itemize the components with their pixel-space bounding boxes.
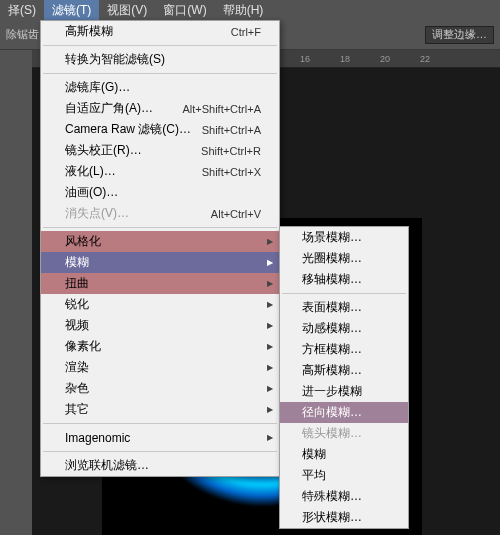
menu-label: 消失点(V)…: [65, 205, 129, 222]
submenu-tilt-shift[interactable]: 移轴模糊…: [280, 269, 408, 290]
menu-separator: [43, 227, 277, 228]
menu-separator: [43, 451, 277, 452]
filter-menu: 高斯模糊 Ctrl+F 转换为智能滤镜(S) 滤镜库(G)… 自适应广角(A)……: [40, 20, 280, 477]
menu-label: 光圈模糊…: [302, 250, 362, 267]
menu-shortcut: Alt+Ctrl+V: [211, 208, 261, 220]
menu-other[interactable]: 其它: [41, 399, 279, 420]
menu-blur[interactable]: 模糊: [41, 252, 279, 273]
menu-label: 进一步模糊: [302, 383, 362, 400]
menu-label: 渲染: [65, 359, 89, 376]
menubar-item-filter[interactable]: 滤镜(T): [44, 0, 99, 20]
menu-separator: [43, 73, 277, 74]
menu-label: 风格化: [65, 233, 101, 250]
menubar: 择(S) 滤镜(T) 视图(V) 窗口(W) 帮助(H): [0, 0, 500, 20]
menu-label: 场景模糊…: [302, 229, 362, 246]
submenu-radial-blur[interactable]: 径向模糊…: [280, 402, 408, 423]
submenu-blur[interactable]: 模糊: [280, 444, 408, 465]
menu-label: 滤镜库(G)…: [65, 79, 130, 96]
menu-label: 镜头模糊…: [302, 425, 362, 442]
submenu-shape-blur[interactable]: 形状模糊…: [280, 507, 408, 528]
menu-label: 表面模糊…: [302, 299, 362, 316]
ruler-tick: 18: [340, 54, 350, 64]
menubar-item-view[interactable]: 视图(V): [99, 0, 155, 20]
menu-label: 平均: [302, 467, 326, 484]
menu-label: Imagenomic: [65, 431, 130, 445]
blur-submenu: 场景模糊… 光圈模糊… 移轴模糊… 表面模糊… 动感模糊… 方框模糊… 高斯模糊…: [279, 226, 409, 529]
menu-label: 特殊模糊…: [302, 488, 362, 505]
submenu-box-blur[interactable]: 方框模糊…: [280, 339, 408, 360]
antialias-label: 除锯齿: [6, 27, 39, 42]
menu-label: 液化(L)…: [65, 163, 116, 180]
menu-last-filter[interactable]: 高斯模糊 Ctrl+F: [41, 21, 279, 42]
submenu-smart-blur[interactable]: 特殊模糊…: [280, 486, 408, 507]
menu-imagenomic[interactable]: Imagenomic: [41, 427, 279, 448]
menu-label: 形状模糊…: [302, 509, 362, 526]
menu-label: 杂色: [65, 380, 89, 397]
menu-label: 镜头校正(R)…: [65, 142, 142, 159]
ruler-tick: 16: [300, 54, 310, 64]
menu-adaptive-wide[interactable]: 自适应广角(A)…Alt+Shift+Ctrl+A: [41, 98, 279, 119]
menu-pixelate[interactable]: 像素化: [41, 336, 279, 357]
submenu-gaussian-blur[interactable]: 高斯模糊…: [280, 360, 408, 381]
menu-label: 高斯模糊: [65, 23, 113, 40]
menu-shortcut: Shift+Ctrl+R: [201, 145, 261, 157]
menu-label: 油画(O)…: [65, 184, 118, 201]
menu-render[interactable]: 渲染: [41, 357, 279, 378]
menu-filter-gallery[interactable]: 滤镜库(G)…: [41, 77, 279, 98]
menu-distort[interactable]: 扭曲: [41, 273, 279, 294]
menu-label: 径向模糊…: [302, 404, 362, 421]
menu-label: 动感模糊…: [302, 320, 362, 337]
menu-browse-online[interactable]: 浏览联机滤镜…: [41, 455, 279, 476]
toolbox[interactable]: [0, 50, 32, 535]
menu-liquify[interactable]: 液化(L)…Shift+Ctrl+X: [41, 161, 279, 182]
menu-shortcut: Shift+Ctrl+X: [202, 166, 261, 178]
menu-shortcut: Shift+Ctrl+A: [202, 124, 261, 136]
menu-label: 高斯模糊…: [302, 362, 362, 379]
menu-camera-raw[interactable]: Camera Raw 滤镜(C)…Shift+Ctrl+A: [41, 119, 279, 140]
menu-shortcut: Alt+Shift+Ctrl+A: [182, 103, 261, 115]
refine-edge-button[interactable]: 调整边缘…: [425, 26, 494, 44]
menu-shortcut: Ctrl+F: [231, 26, 261, 38]
menubar-item-window[interactable]: 窗口(W): [155, 0, 214, 20]
submenu-blur-more[interactable]: 进一步模糊: [280, 381, 408, 402]
menu-stylize[interactable]: 风格化: [41, 231, 279, 252]
menu-label: 其它: [65, 401, 89, 418]
submenu-average[interactable]: 平均: [280, 465, 408, 486]
menubar-item-select[interactable]: 择(S): [0, 0, 44, 20]
menu-noise[interactable]: 杂色: [41, 378, 279, 399]
menu-label: 浏览联机滤镜…: [65, 457, 149, 474]
menu-label: 锐化: [65, 296, 89, 313]
ruler-tick: 22: [420, 54, 430, 64]
menubar-item-help[interactable]: 帮助(H): [215, 0, 272, 20]
menu-label: Camera Raw 滤镜(C)…: [65, 121, 191, 138]
menu-sharpen[interactable]: 锐化: [41, 294, 279, 315]
menu-label: 方框模糊…: [302, 341, 362, 358]
submenu-lens-blur[interactable]: 镜头模糊…: [280, 423, 408, 444]
menu-separator: [43, 423, 277, 424]
menu-oil-paint[interactable]: 油画(O)…: [41, 182, 279, 203]
menu-separator: [282, 293, 406, 294]
menu-vanishing-point[interactable]: 消失点(V)…Alt+Ctrl+V: [41, 203, 279, 224]
menu-label: 视频: [65, 317, 89, 334]
menu-separator: [43, 45, 277, 46]
menu-lens-correction[interactable]: 镜头校正(R)…Shift+Ctrl+R: [41, 140, 279, 161]
menu-video[interactable]: 视频: [41, 315, 279, 336]
submenu-iris-blur[interactable]: 光圈模糊…: [280, 248, 408, 269]
menu-label: 模糊: [302, 446, 326, 463]
menu-label: 自适应广角(A)…: [65, 100, 153, 117]
submenu-surface-blur[interactable]: 表面模糊…: [280, 297, 408, 318]
menu-label: 像素化: [65, 338, 101, 355]
menu-label: 移轴模糊…: [302, 271, 362, 288]
submenu-field-blur[interactable]: 场景模糊…: [280, 227, 408, 248]
menu-label: 扭曲: [65, 275, 89, 292]
submenu-motion-blur[interactable]: 动感模糊…: [280, 318, 408, 339]
menu-label: 模糊: [65, 254, 89, 271]
menu-convert-smart[interactable]: 转换为智能滤镜(S): [41, 49, 279, 70]
ruler-tick: 20: [380, 54, 390, 64]
menu-label: 转换为智能滤镜(S): [65, 51, 165, 68]
